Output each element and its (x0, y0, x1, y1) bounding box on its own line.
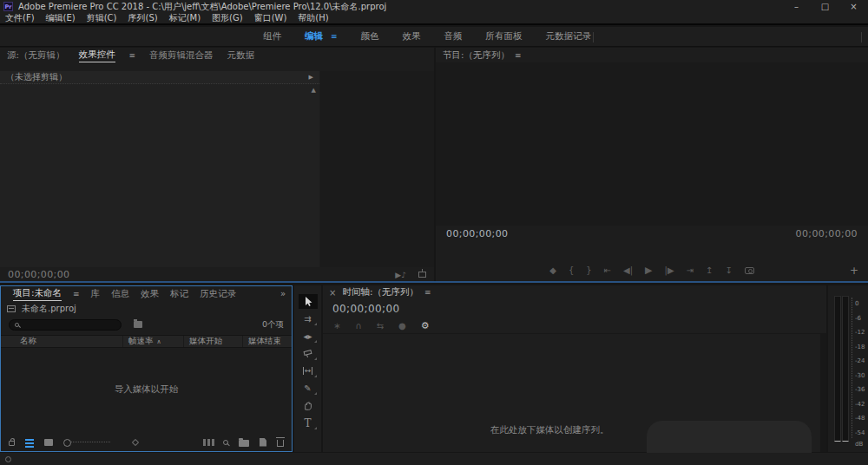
import-media-message: 导入媒体以开始 (115, 383, 179, 396)
column-frame-rate[interactable]: 帧速率 ∧ (122, 336, 183, 347)
tab-metadata[interactable]: 元数据 (227, 49, 255, 62)
column-name[interactable]: 名称 (1, 336, 122, 347)
effect-controls-timecode[interactable]: 00;00;00;00 (8, 269, 70, 280)
play-button-icon[interactable]: ▶ (645, 265, 652, 276)
program-video-area (436, 62, 868, 226)
panel-menu-icon[interactable]: ≡ (515, 51, 522, 60)
lift-icon[interactable]: ↥ (706, 265, 713, 275)
tab-history[interactable]: 历史记录 (200, 288, 236, 300)
menu-file[interactable]: 文件(F) (5, 12, 35, 24)
project-writable-lock-icon[interactable] (9, 441, 15, 446)
panel-menu-icon[interactable]: ≡ (73, 290, 80, 298)
expand-arrow-icon[interactable]: ▶ (309, 74, 313, 81)
tab-overflow-icon[interactable]: » (280, 289, 286, 298)
insert-overwrite-icon[interactable]: ∗ (333, 321, 340, 331)
search-input[interactable] (23, 320, 109, 329)
effect-controls-content: ▲ (0, 84, 319, 267)
tab-effect-controls[interactable]: 效果控件 (79, 49, 115, 62)
tab-info[interactable]: 信息 (111, 288, 129, 300)
go-to-out-icon[interactable]: ⇥ (687, 265, 694, 275)
menu-clip[interactable]: 剪辑(C) (87, 12, 117, 24)
pen-tool[interactable]: ✎ (299, 381, 318, 396)
mark-out-icon[interactable]: } (586, 265, 591, 275)
new-item-icon[interactable] (260, 438, 266, 447)
workspace-tab-assembly[interactable]: 组件 (263, 30, 281, 43)
timeline-timecode[interactable]: 00;00;00;00 (332, 303, 400, 315)
tab-audio-clip-mixer[interactable]: 音频剪辑混合器 (149, 49, 214, 62)
zoom-slider[interactable] (65, 442, 110, 442)
menu-edit[interactable]: 编辑(E) (46, 12, 76, 24)
export-frame-icon[interactable] (745, 267, 754, 274)
ripple-edit-tool[interactable]: ◂▸ (299, 329, 318, 344)
timeline-track-area[interactable]: 在此处放下媒体以创建序列。 (323, 333, 820, 452)
step-forward-icon[interactable]: |▶ (665, 265, 674, 275)
workspace-tab-color[interactable]: 颜色 (361, 30, 379, 43)
panel-split-highlight[interactable] (0, 281, 868, 283)
export-icon[interactable] (418, 272, 426, 278)
tab-effects[interactable]: 效果 (141, 288, 159, 300)
linked-selection-icon[interactable]: ⇆ (377, 321, 384, 331)
workspace-menu-icon[interactable]: ≡ (331, 32, 338, 41)
play-audio-icon[interactable]: ▶♪ (395, 271, 406, 279)
selection-tool[interactable] (299, 294, 318, 309)
button-editor-add-icon[interactable]: + (850, 265, 858, 277)
timeline-scrollbar[interactable] (820, 333, 826, 452)
close-tab-icon[interactable]: × (329, 288, 336, 298)
timeline-title[interactable]: 时间轴:（无序列） (342, 286, 418, 298)
timeline-settings-wrench-icon[interactable]: ⚙ (421, 320, 430, 331)
sort-ascending-icon[interactable]: ∧ (157, 338, 161, 345)
tab-project[interactable]: 项目:未命名 (13, 287, 62, 301)
panel-menu-icon[interactable]: ≡ (424, 288, 431, 297)
snap-icon[interactable]: ∩ (355, 321, 361, 331)
project-file-row[interactable]: 未命名.prproj (1, 302, 292, 316)
add-marker-icon[interactable]: ◆ (549, 265, 556, 275)
workspace-tab-all-panels[interactable]: 所有面板 (486, 30, 523, 43)
workspace-tab-metadata-logging[interactable]: 元数据记录 (546, 30, 592, 43)
razor-tool[interactable] (299, 346, 318, 361)
clear-icon[interactable] (277, 440, 284, 447)
tab-markers[interactable]: 标记 (170, 288, 188, 300)
column-media-end[interactable]: 媒体结束 (242, 336, 292, 347)
project-empty-area[interactable]: 导入媒体以开始 (1, 348, 292, 430)
minimize-button[interactable]: – (782, 0, 811, 13)
maximize-button[interactable]: □ (811, 0, 839, 13)
pen-glyph: ✎ (304, 383, 311, 393)
list-view-icon[interactable] (25, 439, 34, 441)
mark-in-icon[interactable]: { (569, 265, 574, 275)
panel-menu-icon[interactable]: ≡ (129, 51, 136, 60)
icon-view-icon[interactable] (44, 439, 53, 446)
slip-glyph: ↔ (303, 367, 313, 375)
scroll-up-icon[interactable]: ▲ (312, 87, 316, 94)
type-tool[interactable]: T (299, 416, 318, 430)
workspace-tab-audio[interactable]: 音频 (444, 30, 463, 43)
extract-icon[interactable]: ↧ (725, 265, 732, 275)
program-current-timecode[interactable]: 00;00;00;00 (446, 228, 509, 239)
find-icon[interactable] (223, 440, 228, 445)
menu-sequence[interactable]: 序列(S) (128, 12, 157, 24)
hand-tool[interactable] (299, 398, 318, 413)
program-monitor-title[interactable]: 节目:（无序列） (443, 49, 510, 62)
track-select-forward-tool[interactable]: ⇉ (299, 311, 318, 326)
transport-controls: ◆ { } ⇤ ◀| ▶ |▶ ⇥ ↥ ↧ (436, 265, 868, 276)
add-marker-icon[interactable]: ● (398, 321, 406, 331)
program-monitor-panel: 节目:（无序列） ≡ 00;00;00;00 00;00;00;00 ◆ { }… (436, 48, 868, 282)
go-to-in-icon[interactable]: ⇤ (604, 265, 611, 275)
menu-graphics[interactable]: 图形(G) (212, 12, 243, 24)
tab-libraries[interactable]: 库 (91, 288, 101, 300)
create-search-bin-icon[interactable] (134, 321, 142, 328)
menu-help[interactable]: 帮助(H) (298, 12, 328, 24)
step-back-icon[interactable]: ◀| (623, 265, 633, 275)
menu-window[interactable]: 窗口(W) (254, 12, 287, 24)
slip-tool[interactable]: ↔ (299, 363, 318, 378)
search-box[interactable] (9, 319, 122, 331)
tab-source-monitor[interactable]: 源:（无剪辑） (7, 49, 65, 62)
column-media-start[interactable]: 媒体开始 (183, 336, 242, 347)
workspace-tab-editing[interactable]: 编辑 (305, 30, 323, 43)
menu-marker[interactable]: 标记(M) (169, 12, 201, 24)
close-button[interactable]: × (839, 0, 868, 13)
workspace-tab-effects[interactable]: 效果 (403, 30, 421, 43)
automate-to-sequence-icon[interactable] (203, 439, 206, 446)
sort-icons-icon[interactable] (132, 438, 139, 445)
column-media-start-label: 媒体开始 (189, 336, 222, 347)
new-bin-icon[interactable] (239, 440, 249, 447)
